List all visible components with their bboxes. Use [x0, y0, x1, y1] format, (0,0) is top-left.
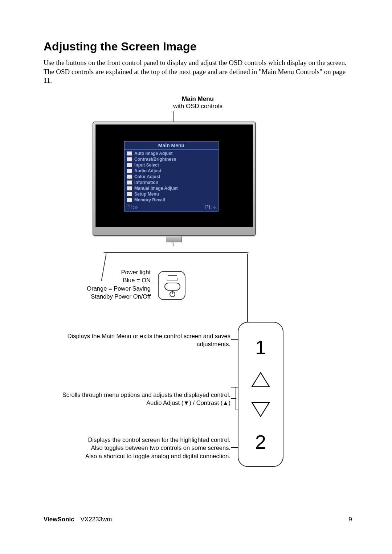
triangle-up-icon: [253, 373, 269, 386]
osd-item-icon: [127, 180, 132, 185]
callout-scroll: Scrolls through menu options and adjusts…: [45, 391, 230, 407]
leader-line: [152, 282, 158, 282]
osd-item-label: Color Adjust: [134, 174, 160, 179]
osd-item-icon: [127, 169, 132, 173]
osd-item-label: Information: [134, 180, 158, 185]
callout-line: adjustments.: [45, 340, 230, 348]
callout-button-1: Displays the Main Menu or exits the cont…: [45, 332, 230, 348]
osd-item-icon: [127, 157, 132, 161]
callout-line: Standby Power On/Off: [49, 292, 151, 300]
monitor-base: [103, 252, 249, 253]
callout-line: Audio Adjust (▼) / Contrast (▲): [45, 399, 230, 407]
osd-item-label: Auto Image Adjust: [134, 151, 173, 156]
monitor-illustration: Main Menu Auto Image Adjust Contrast/Bri…: [93, 122, 256, 236]
osd-footer: 1: ⎋ 2: ⎆: [124, 204, 218, 211]
osd-exit-icon: : ⎋: [133, 205, 138, 209]
monitor-screen: Main Menu Auto Image Adjust Contrast/Bri…: [95, 124, 253, 227]
osd-item-label: Contrast/Brightness: [134, 157, 176, 162]
osd-item: Auto Image Adjust: [127, 151, 216, 156]
figure-title: Main Menu: [45, 95, 350, 103]
button-1: 1: [255, 337, 266, 357]
power-icon: [170, 291, 175, 297]
osd-item: Contrast/Brightness: [127, 156, 216, 162]
osd-key-2: 2: [205, 205, 210, 209]
figure-subtitle: with OSD controls: [45, 103, 350, 110]
power-panel: [158, 271, 185, 300]
osd-item: Input Select: [127, 162, 216, 168]
callout-line: Displays the control screen for the high…: [45, 436, 230, 444]
osd-item-icon: [127, 198, 132, 202]
footer-brand: ViewSonic: [44, 516, 74, 523]
callout-button-2: Displays the control screen for the high…: [45, 436, 230, 460]
figure: Main Menu Auto Image Adjust Contrast/Bri…: [45, 111, 350, 485]
callout-line: Also toggles between two controls on som…: [45, 444, 230, 452]
callout-line: Blue = ON: [49, 276, 151, 284]
osd-item-label: Manual Image Adjust: [134, 186, 178, 191]
front-control-panel: 1 2: [238, 322, 283, 467]
page-heading: Adjusting the Screen Image: [44, 40, 352, 53]
osd-key-1: 1: [127, 205, 131, 209]
leader-line: [236, 387, 236, 410]
osd-item-icon: [127, 175, 132, 179]
osd-enter-icon: : ⎆: [211, 205, 216, 209]
osd-item-label: Input Select: [134, 163, 159, 168]
osd-title: Main Menu: [124, 141, 218, 150]
osd-item-icon: [127, 151, 132, 156]
callout-line: Orange = Power Saving: [49, 284, 151, 292]
intro-paragraph: Use the buttons on the front control pan…: [44, 58, 352, 85]
osd-item: Audio Adjust: [127, 168, 216, 174]
osd-menu: Auto Image Adjust Contrast/Brightness In…: [124, 150, 218, 204]
leader-line: [236, 410, 238, 410]
footer-model: VX2233wm: [80, 516, 112, 523]
osd-item: Setup Menu: [127, 191, 216, 197]
power-oval-icon: [164, 283, 180, 291]
leader-line: [231, 387, 236, 387]
leader-line: [231, 447, 238, 448]
footer-page-number: 9: [349, 516, 352, 523]
osd-item: Color Adjust: [127, 174, 216, 180]
button-2: 2: [255, 432, 266, 452]
osd-item-icon: [127, 186, 132, 190]
leader-line: [231, 398, 236, 399]
osd-item-label: Audio Adjust: [134, 168, 161, 173]
callout-line: Scrolls through menu options and adjusts…: [45, 391, 230, 399]
osd-item-icon: [127, 192, 132, 196]
page-footer: ViewSonic VX2233wm 9: [44, 516, 352, 523]
triangle-down-icon: [253, 403, 269, 416]
button-up: [253, 373, 269, 386]
leader-line: [231, 339, 238, 340]
callout-line: Also a shortcut to toggle analog and dig…: [45, 452, 230, 460]
callout-line: Displays the Main Menu or exits the cont…: [45, 332, 230, 340]
leader-line: [236, 387, 238, 387]
osd-item: Information: [127, 180, 216, 185]
osd-panel: Main Menu Auto Image Adjust Contrast/Bri…: [124, 141, 219, 212]
osd-item: Memory Recall: [127, 197, 216, 203]
callout-line: Power light: [49, 268, 151, 276]
osd-item: Manual Image Adjust: [127, 185, 216, 191]
osd-item-label: Setup Menu: [134, 192, 159, 197]
stand-mark-icon: ⇪: [171, 241, 175, 247]
callout-power: Power light Blue = ON Orange = Power Sav…: [49, 268, 151, 300]
power-trapezoid-icon: [167, 275, 178, 280]
osd-item-icon: [127, 163, 132, 167]
button-down: [253, 403, 269, 416]
leader-line: [173, 111, 173, 122]
osd-item-label: Memory Recall: [134, 197, 165, 202]
